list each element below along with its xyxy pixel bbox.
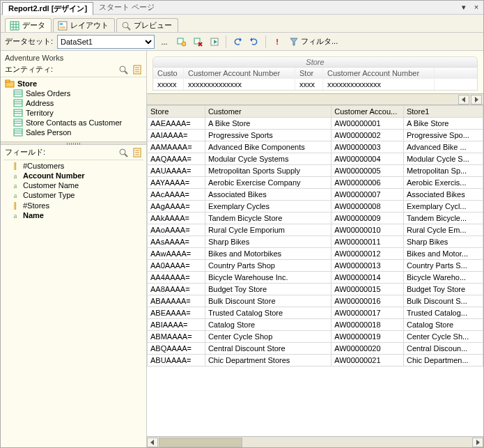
- table-row[interactable]: AAkAAAA=Tandem Bicycle StoreAW00000009Ta…: [148, 213, 483, 224]
- refresh-fields-button[interactable]: [174, 35, 188, 49]
- field-customer-type[interactable]: aCustomer Type: [3, 190, 143, 200]
- dataset-select[interactable]: DataSet1: [57, 35, 155, 49]
- table-row[interactable]: AAIAAAA=Progressive SportsAW00000002Prog…: [148, 130, 483, 141]
- hscroll-left[interactable]: [147, 438, 158, 447]
- tree-item-label: Address: [26, 99, 54, 107]
- field-customer-name[interactable]: aCustomer Name: [3, 180, 143, 190]
- table-cell: ABIAAAA=: [148, 319, 205, 331]
- table-row[interactable]: AAoAAAA=Rural Cycle EmporiumAW00000010Ru…: [148, 224, 483, 236]
- qd-cell-custo[interactable]: xxxxx: [153, 79, 184, 90]
- column-header[interactable]: Customer Accou...: [331, 106, 404, 118]
- table-icon: [13, 128, 23, 137]
- table-cell: Central Discoun...: [403, 343, 483, 355]
- tab-layout[interactable]: レイアウト: [53, 18, 115, 32]
- entity-search-button[interactable]: [118, 65, 128, 75]
- toolbar-separator-2: [265, 36, 266, 48]
- svg-point-43: [120, 149, 125, 155]
- hscroll-thumb[interactable]: [159, 438, 242, 447]
- text-field-icon: a: [10, 211, 20, 219]
- fields-list[interactable]: #CustomersaAccount NumberaCustomer Namea…: [3, 160, 143, 220]
- grid-scroll-right[interactable]: [471, 95, 482, 105]
- qd-head-can2[interactable]: Customer Account Number: [323, 68, 435, 79]
- document-tab-start[interactable]: スタート ページ: [93, 1, 160, 13]
- undo-button[interactable]: [231, 35, 244, 49]
- entity-header: エンティティ:: [1, 62, 146, 77]
- svg-rect-37: [14, 119, 22, 126]
- tree-item-sales-person[interactable]: Sales Person: [3, 128, 143, 137]
- field-account-number[interactable]: aAccount Number: [3, 171, 143, 180]
- horizontal-splitter[interactable]: [1, 141, 146, 145]
- main-body: Adventure Works エンティティ: StoreSales Order…: [1, 51, 483, 447]
- tab-data[interactable]: データ: [5, 18, 52, 32]
- hscroll-track[interactable]: [159, 438, 471, 447]
- dataset-edit-button[interactable]: ...: [157, 35, 171, 49]
- tree-item-store[interactable]: Store: [3, 79, 143, 88]
- table-row[interactable]: AA8AAAA=Budget Toy StoreAW00000015Budget…: [148, 284, 483, 295]
- tree-item-store-contacts-as-customer[interactable]: Store Contacts as Customer: [3, 118, 143, 128]
- column-header[interactable]: Customer: [205, 106, 331, 118]
- table-row[interactable]: AAQAAAA=Modular Cycle SystemsAW00000004M…: [148, 153, 483, 165]
- table-row[interactable]: ABEAAAA=Trusted Catalog StoreAW00000017T…: [148, 307, 483, 319]
- table-row[interactable]: AA0AAAA=Country Parts ShopAW00000013Coun…: [148, 260, 483, 272]
- qd-cell-can2[interactable]: xxxxxxxxxxxxxx: [323, 79, 435, 90]
- table-cell: Bicycle Wareho...: [403, 272, 483, 284]
- redo-button[interactable]: [247, 35, 261, 49]
- table-row[interactable]: AAsAAAA=Sharp BikesAW00000011Sharp Bikes: [148, 236, 483, 248]
- table-cell: Country Parts S...: [403, 260, 483, 272]
- table-cell: Metropolitan Sports Supply: [205, 165, 331, 177]
- table-cell: Country Parts Shop: [205, 260, 331, 272]
- qd-cell-stor[interactable]: xxxx: [295, 79, 323, 90]
- document-tab-active[interactable]: Report2.rdl [デザイン]: [2, 2, 93, 15]
- table-row[interactable]: AAwAAAA=Bikes and MotorbikesAW00000012Bi…: [148, 248, 483, 260]
- table-row[interactable]: AAYAAAA=Aerobic Exercise CompanyAW000000…: [148, 177, 483, 189]
- grid-scroll-left[interactable]: [458, 95, 469, 105]
- run-button[interactable]: !: [270, 35, 284, 49]
- column-header[interactable]: Store1: [403, 106, 483, 118]
- delete-dataset-button[interactable]: [191, 35, 205, 49]
- table-row[interactable]: AAgAAAA=Exemplary CyclesAW00000008Exempl…: [148, 201, 483, 213]
- column-header[interactable]: Store: [148, 106, 205, 118]
- table-row[interactable]: AAMAAAA=Advanced Bike ComponentsAW000000…: [148, 141, 483, 153]
- table-cell: Chic Departmen...: [403, 355, 483, 366]
- tree-item-sales-orders[interactable]: Sales Orders: [3, 88, 143, 98]
- generic-tool-button[interactable]: [208, 35, 221, 49]
- qd-cell-can[interactable]: xxxxxxxxxxxxxx: [184, 79, 295, 90]
- table-cell: Advanced Bike ...: [403, 141, 483, 153]
- entity-options-button[interactable]: [132, 65, 142, 75]
- field-name[interactable]: aName: [3, 210, 143, 220]
- tab-preview[interactable]: プレビュー: [116, 18, 178, 32]
- table-row[interactable]: ABAAAAA=Bulk Discount StoreAW00000016Bul…: [148, 295, 483, 307]
- qd-head-stor[interactable]: Stor: [295, 68, 323, 79]
- horizontal-scrollbar[interactable]: [147, 436, 483, 447]
- preview-icon: [121, 21, 131, 31]
- table-cell: ABUAAAA=: [148, 355, 205, 366]
- table-row[interactable]: AA4AAAA=Bicycle Warehouse Inc.AW00000014…: [148, 272, 483, 284]
- results-grid[interactable]: StoreCustomerCustomer Accou...Store1 AAE…: [147, 105, 483, 436]
- qd-head-can[interactable]: Customer Account Number: [184, 68, 295, 79]
- field--stores[interactable]: #Stores: [3, 200, 143, 210]
- tree-item-label: Territory: [26, 109, 54, 117]
- fields-search-button[interactable]: [118, 148, 128, 157]
- close-tab-button[interactable]: ×: [471, 2, 482, 13]
- svg-rect-40: [14, 129, 22, 136]
- fields-options-button[interactable]: [132, 148, 142, 157]
- table-row[interactable]: ABUAAAA=Chic Department StoresAW00000021…: [148, 355, 483, 366]
- data-region: Store Custo Customer Account Number Stor…: [147, 51, 483, 447]
- filter-button[interactable]: フィルタ...: [287, 35, 341, 49]
- tool-icon: [210, 37, 219, 47]
- field--customers[interactable]: #Customers: [3, 160, 143, 171]
- table-row[interactable]: AAUAAAA=Metropolitan Sports SupplyAW0000…: [148, 165, 483, 177]
- table-row[interactable]: ABMAAAA=Center Cycle ShopAW00000019Cente…: [148, 331, 483, 343]
- table-row[interactable]: AAcAAAA=Associated BikesAW00000007Associ…: [148, 189, 483, 201]
- tab-dropdown-button[interactable]: ▾: [458, 2, 469, 13]
- table-row[interactable]: AAEAAAA=A Bike StoreAW00000001A Bike Sto…: [148, 118, 483, 130]
- tree-item-address[interactable]: Address: [3, 98, 143, 108]
- triangle-right-icon: [474, 97, 479, 102]
- hscroll-right[interactable]: [472, 438, 483, 447]
- table-row[interactable]: ABIAAAA=Catalog StoreAW00000018Catalog S…: [148, 319, 483, 331]
- qd-head-custo[interactable]: Custo: [153, 68, 184, 79]
- table-row[interactable]: ABQAAAA=Central Discount StoreAW00000020…: [148, 343, 483, 355]
- svg-marker-50: [475, 97, 478, 102]
- entity-tree[interactable]: StoreSales OrdersAddressTerritoryStore C…: [1, 77, 146, 141]
- tree-item-territory[interactable]: Territory: [3, 108, 143, 118]
